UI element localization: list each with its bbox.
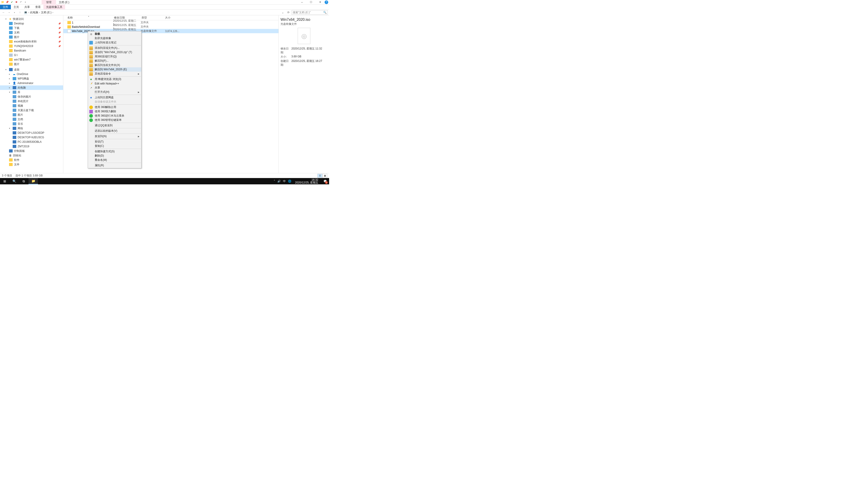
nav-documents[interactable]: 文档📌 [0,30,63,35]
table-row[interactable]: 1 2020/12/15, 星期二 1... 文件夹 [63,20,278,25]
tab-share[interactable]: 共享 [22,5,33,9]
ctx-add-zip[interactable]: 添加到 "Win7x64_2020.zip" (T) [88,50,141,55]
ctx-send-to[interactable]: 发送到(N)▶ [88,134,141,138]
column-name[interactable]: ▴名称 [63,16,114,20]
nav-lib-docs[interactable]: 文档 [0,117,63,122]
nav-control-panel[interactable]: 控制面板 [0,149,63,153]
ctx-delete[interactable]: 删除(D) [88,154,141,158]
ctx-add-archive[interactable]: 添加到压缩文件(A)... [88,46,141,50]
chevron-right-icon[interactable]: ▸ [9,82,11,84]
nav-lib-tianyi[interactable]: 天翼云盘下载 [0,108,63,112]
nav-yunqishi[interactable]: YUNQISHI2019📌 [0,44,63,48]
ctx-extract-here[interactable]: 解压到当前文件夹(X) [88,63,141,67]
nav-net-2[interactable]: DESKTOP-NJEU3CG [0,135,63,140]
network-icon[interactable]: 🌐 [288,180,291,183]
ctx-notepad[interactable]: 📝Edit with Notepad++ [88,81,141,86]
ctx-extract-to[interactable]: 解压到(F)... [88,59,141,63]
nav-pictures[interactable]: 图片📌 [0,35,63,39]
tab-disc-tools[interactable]: 光盘映像工具 [43,5,65,9]
notification-center-button[interactable]: 💬3 [322,178,328,184]
maximize-button[interactable]: ☐ [307,0,315,4]
ctx-rename[interactable]: 重命名(M) [88,158,141,162]
nav-pictures2[interactable]: 图片 [0,62,63,66]
ctx-360-scan[interactable]: 使用 360进行木马云查杀 [88,113,141,118]
ctx-360-manage[interactable]: 使用 360管理右键菜单 [88,118,141,122]
tray-overflow-icon[interactable]: ˄ [274,180,275,183]
nav-quick-access[interactable]: ▾★快速访问 [0,17,63,21]
nav-lib-video[interactable]: 视频 [0,103,63,108]
chevron-right-icon[interactable]: ▸ [9,73,11,75]
nav-lib-music[interactable]: 音乐 [0,122,63,126]
nav-gdrive[interactable]: G:\ [0,53,63,57]
nav-network[interactable]: ▾网络 [0,126,63,131]
ctx-qq-send[interactable]: 通过QQ发送到 [88,123,141,128]
tab-view[interactable]: 查看 [33,5,43,9]
nav-software[interactable]: 软件 [0,158,63,162]
chevron-right-icon[interactable]: › [28,11,29,14]
chevron-right-icon[interactable]: › [53,11,53,14]
ctx-mount[interactable]: ◎装载 [88,32,141,36]
taskbar-clock[interactable]: 16:32 2020/12/25, 星期五 [293,178,320,184]
nav-lib-savedpics[interactable]: 保存的图片 [0,94,63,99]
qat-delete-icon[interactable]: ✖ [14,0,18,4]
nav-excel[interactable]: excel表格制作求和📌 [0,39,63,44]
table-row[interactable]: BaiduNetdiskDownload 2020/12/25, 星期五 1..… [63,25,278,29]
nav-this-pc[interactable]: ▸此电脑 [0,86,63,90]
nav-onedrive[interactable]: ▸☁OneDrive [0,72,63,76]
task-view-button[interactable]: ⧉ [19,178,29,184]
ctx-copy[interactable]: 复制(C) [88,144,141,148]
forward-button[interactable]: → [7,10,11,15]
qat-dropdown-icon[interactable]: ▾ [24,0,27,4]
up-button[interactable]: ↑ [18,10,22,15]
nav-lib-pics[interactable]: 图片 [0,112,63,117]
nav-files[interactable]: 文件 [0,162,63,167]
nav-lib-camera[interactable]: 本机照片 [0,99,63,103]
address-dropdown-icon[interactable]: ⌄ [282,11,284,14]
refresh-button[interactable]: ⟳ [286,11,291,14]
breadcrumb[interactable]: 💻 › 此电脑 › 文档 (E:) › [23,11,281,14]
ctx-shortcut[interactable]: 创建快捷方式(S) [88,149,141,154]
tab-file[interactable]: 文件 [0,5,11,9]
nav-bandicam[interactable]: Bandicam [0,48,63,53]
ctx-other-compress[interactable]: 其他压缩命令▶ [88,72,141,76]
chevron-right-icon[interactable]: ▸ [9,77,11,80]
qat-undo-icon[interactable]: ↶ [19,0,23,4]
qat-check-icon[interactable]: ✔ [10,0,13,4]
nav-downloads[interactable]: 下载📌 [0,26,63,30]
nav-wps[interactable]: ▸WPS网盘 [0,76,63,81]
nav-administrator[interactable]: ▸👤Administrator [0,81,63,86]
ctx-360-unlock[interactable]: 使用 360解除占用 [88,105,141,109]
ime-indicator[interactable]: 中 [283,180,286,183]
icons-view-button[interactable]: ▦ [322,174,327,178]
volume-icon[interactable]: 🔊 [277,180,281,183]
ctx-extract-named[interactable]: 解压到 Win7x64_2020\ (E) [88,67,141,72]
ctx-restore[interactable]: 还原以前的版本(V) [88,129,141,133]
ctx-open-with[interactable]: 打开方式(H)▶ [88,90,141,94]
nav-net-4[interactable]: ZMT2019 [0,144,63,149]
ctx-open-360zip[interactable]: 用360压缩打开(Q) [88,55,141,59]
ctx-burn[interactable]: 刻录光盘映像 [88,36,141,40]
chevron-right-icon[interactable]: ▸ [9,87,11,89]
history-dropdown[interactable]: ▾ [12,10,17,15]
explorer-taskbar-button[interactable]: 📁 [29,178,38,184]
close-button[interactable]: ✕ [315,0,324,4]
column-type[interactable]: 类型 [142,16,165,20]
minimize-button[interactable]: ─ [298,0,307,4]
qat-pin-icon[interactable]: 📌 [5,0,9,4]
ctx-browser[interactable]: ◆用 蜂蜜浏览器 浏览(3) [88,77,141,81]
chevron-down-icon[interactable]: ▾ [5,68,8,71]
nav-recycle-bin[interactable]: 🗑回收站 [0,153,63,158]
search-input[interactable]: 搜索"文档 (E:)" 🔍 [291,10,328,15]
chevron-down-icon[interactable]: ▾ [9,127,11,129]
start-button[interactable]: ⊞ [0,178,9,184]
crumb-drive[interactable]: 文档 (E:) [41,11,52,14]
ctx-properties[interactable]: 属性(R) [88,163,141,168]
ctx-baidu[interactable]: ◆上传到百度网盘 [88,95,141,100]
nav-net-3[interactable]: PC-20190530OBLA [0,140,63,144]
nav-net-1[interactable]: DESKTOP-LSSOEDP [0,131,63,135]
crumb-this-pc[interactable]: 此电脑 [30,11,38,14]
ctx-share[interactable]: ↗共享 [88,86,141,90]
chevron-right-icon[interactable]: › [39,11,40,14]
search-button[interactable]: 🔍 [9,178,19,184]
chevron-down-icon[interactable]: ▾ [5,18,8,20]
